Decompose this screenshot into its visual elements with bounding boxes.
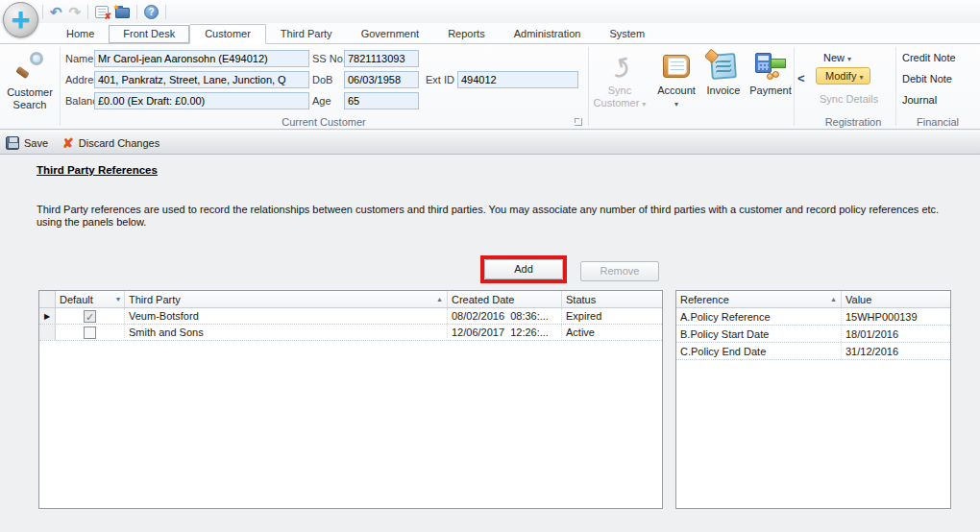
tab-customer[interactable]: Customer <box>189 24 266 44</box>
description-text: Third Party references are used to recor… <box>37 204 951 229</box>
tab-home[interactable]: Home <box>52 25 109 43</box>
discard-form-icon[interactable]: ✘ <box>95 6 109 18</box>
checkbox-unchecked[interactable] <box>84 326 96 339</box>
ssno-field[interactable]: 7821113093 <box>344 50 419 67</box>
divider <box>165 5 166 19</box>
payment-button[interactable]: Payment <box>746 48 796 97</box>
current-customer-group: Name Mr Carol-jean Aaronsohn (E494012) A… <box>60 44 588 130</box>
chevron-down-icon: ▾ <box>642 100 646 109</box>
new-folder-icon[interactable]: ★ <box>115 8 130 18</box>
modify-button[interactable]: Modify ▾ <box>816 67 870 85</box>
checkbox-checked[interactable]: ✓ <box>84 310 96 323</box>
save-toolbar: Save ✘ Discard Changes <box>0 131 980 155</box>
value-cell: 15WHP000139 <box>842 308 950 325</box>
table-row[interactable]: Smith and Sons 12/06/2017 12:26:... Acti… <box>39 325 662 341</box>
group-divider <box>794 47 795 126</box>
age-field[interactable]: 65 <box>344 92 419 109</box>
help-icon[interactable]: ? <box>144 5 159 19</box>
sync-details-button[interactable]: Sync Details <box>820 93 878 105</box>
payment-label: Payment <box>746 85 796 97</box>
account-button[interactable]: Account ▾ <box>652 48 700 110</box>
column-label: Value <box>845 294 871 305</box>
sort-asc-icon: ▲ <box>830 296 837 302</box>
column-header-value[interactable]: Value <box>842 291 950 307</box>
table-row[interactable]: B.Policy Start Date 18/01/2016 <box>676 326 950 343</box>
name-field[interactable]: Mr Carol-jean Aaronsohn (E494012) <box>94 50 309 67</box>
chevron-down-icon: ▾ <box>674 100 678 109</box>
magnifier-lens <box>30 52 43 65</box>
table-row[interactable]: C.Policy End Date 31/12/2016 <box>676 343 950 360</box>
collapse-left-icon[interactable]: < <box>797 71 805 85</box>
journal-button[interactable]: Journal <box>902 94 937 106</box>
column-header-default[interactable]: Default ▾ <box>56 291 125 307</box>
reference-cell: A.Policy Reference <box>676 308 842 325</box>
tab-third-party[interactable]: Third Party <box>266 25 347 43</box>
group-label-current-customer: Current Customer <box>60 116 588 128</box>
save-button[interactable]: Save <box>24 137 48 149</box>
customer-search-label: Customer Search <box>2 86 58 111</box>
registration-group: New ▾ Modify ▾ Sync Details Registration <box>812 44 894 130</box>
customer-search-button[interactable]: Customer Search <box>0 44 60 130</box>
divider <box>136 5 137 19</box>
undo-icon[interactable]: ↶ <box>50 5 62 19</box>
third-party-cell: Veum-Botsford <box>125 308 448 324</box>
filter-dropdown-icon[interactable]: ▾ <box>116 295 120 303</box>
tab-government[interactable]: Government <box>347 25 434 43</box>
chevron-down-icon: ▾ <box>859 73 863 82</box>
column-label: Default <box>60 294 93 305</box>
tab-system[interactable]: System <box>595 25 659 43</box>
group-label-registration: Registration <box>812 116 894 128</box>
tab-reports[interactable]: Reports <box>433 25 500 43</box>
default-cell[interactable] <box>56 325 125 340</box>
row-selector-header <box>39 291 56 307</box>
sync-customer-label-text: Customer <box>594 97 640 109</box>
column-header-status[interactable]: Status <box>562 291 662 307</box>
redo-icon[interactable]: ↷ <box>69 5 82 19</box>
remove-button[interactable]: Remove <box>580 261 659 281</box>
invoice-icon <box>710 53 737 80</box>
column-label: Status <box>566 294 596 305</box>
created-date-cell: 12/06/2017 12:26:... <box>448 325 562 340</box>
add-button[interactable]: Add <box>484 259 563 279</box>
age-label: Age <box>312 92 331 109</box>
page-title: Third Party References <box>37 164 158 176</box>
icon-box <box>0 48 60 86</box>
search-icon <box>15 52 44 81</box>
extid-field[interactable]: 494012 <box>457 71 578 88</box>
group-divider <box>588 47 589 126</box>
row-pointer-icon: ▶ <box>44 312 50 321</box>
invoice-button[interactable]: Invoice <box>701 48 746 97</box>
table-row[interactable]: ▶ ✓ Veum-Botsford 08/02/2016 08:36:... E… <box>39 308 662 325</box>
payment-icon <box>755 53 786 80</box>
row-selector[interactable]: ▶ <box>39 308 56 324</box>
dialog-launcher-icon[interactable] <box>575 118 582 126</box>
column-label: Third Party <box>129 294 181 305</box>
ribbon: Customer Search Name Mr Carol-jean Aaron… <box>0 44 980 130</box>
application-menu-button[interactable]: + <box>3 2 38 37</box>
discard-changes-button[interactable]: Discard Changes <box>79 137 159 149</box>
tab-administration[interactable]: Administration <box>500 25 596 43</box>
address-field[interactable]: 401, Pankratz, Street, Lane, Junction, Q <box>94 71 309 88</box>
reference-cell: B.Policy Start Date <box>676 326 842 342</box>
column-header-reference[interactable]: Reference ▲ <box>676 291 842 307</box>
table-header: Reference ▲ Value <box>676 291 950 308</box>
column-header-third-party[interactable]: Third Party ▲ <box>125 291 448 307</box>
group-divider <box>895 47 896 126</box>
tab-front-desk[interactable]: Front Desk <box>109 25 189 43</box>
credit-note-button[interactable]: Credit Note <box>902 52 956 63</box>
row-selector[interactable] <box>39 325 56 340</box>
dob-field[interactable]: 06/03/1958 <box>344 71 419 88</box>
new-button[interactable]: New ▾ <box>823 52 851 63</box>
new-label: New <box>823 52 845 63</box>
sync-customer-button[interactable]: ↶ Sync Customer ▾ <box>591 48 649 110</box>
application-window: + ↶ ↷ ✘ ★ ? Home Front Desk Customer Thi… <box>0 0 980 532</box>
table-row[interactable]: A.Policy Reference 15WHP000139 <box>676 308 950 326</box>
balance-field[interactable]: £0.00 (Ex Draft: £0.00) <box>94 92 309 109</box>
default-cell[interactable]: ✓ <box>56 308 125 324</box>
column-header-created-date[interactable]: Created Date <box>448 291 562 307</box>
add-button-highlight: Add <box>480 255 567 283</box>
debit-note-button[interactable]: Debit Note <box>902 73 952 85</box>
value-cell: 18/01/2016 <box>842 326 950 342</box>
titlebar: + ↶ ↷ ✘ ★ ? <box>0 0 980 23</box>
dob-label: DoB <box>312 71 332 88</box>
